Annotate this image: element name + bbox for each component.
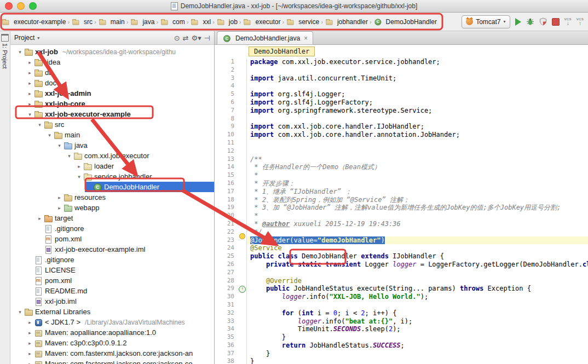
code-line[interactable]: 36 return JobHandleStatus.SUCCESS;: [215, 342, 588, 350]
code-line[interactable]: 35 }: [215, 333, 588, 342]
tree-item[interactable]: ▸xxl-job-admin: [10, 88, 214, 99]
tree-item[interactable]: ▸db: [10, 67, 214, 78]
code-line[interactable]: 3import java.util.concurrent.TimeUnit;: [215, 74, 588, 83]
tree-item[interactable]: ▸Maven: com.fasterxml.jackson.core:jacks…: [10, 348, 214, 359]
code-line[interactable]: 34 TimeUnit.SECONDS.sleep(2);: [215, 325, 588, 333]
editor-tab[interactable]: DemoJobHandler.java ×: [217, 31, 313, 44]
expand-arrow-icon[interactable]: ▾: [65, 153, 73, 159]
tree-item[interactable]: ▸loader: [10, 161, 214, 171]
tree-item[interactable]: ▾xxl-job~/workspaces/idea-git-workspace/…: [10, 47, 214, 57]
code-line[interactable]: 26 private static transient Logger logge…: [215, 261, 588, 269]
breadcrumb-item[interactable]: main: [98, 18, 125, 26]
collapse-all-button[interactable]: ⇄: [183, 34, 189, 42]
expand-arrow-icon[interactable]: ▸: [26, 361, 34, 364]
expand-arrow-icon[interactable]: ▸: [36, 216, 44, 221]
expand-arrow-icon[interactable]: ▾: [16, 49, 24, 55]
tree-item[interactable]: ▸target: [10, 213, 214, 223]
code-line[interactable]: 9import com.xxl.job.core.handler.IJobHan…: [215, 123, 588, 131]
vcs-update-button[interactable]: VCS ↓: [564, 18, 572, 26]
gear-button[interactable]: ⚙▾: [191, 34, 201, 42]
close-window-button[interactable]: [5, 2, 13, 10]
tree-item[interactable]: xxl-job-executor-example.iml: [10, 244, 214, 255]
code-line[interactable]: 32 for (int i = 0; i < 2; i++) {: [215, 309, 588, 317]
tree-item[interactable]: xxl-job.iml: [10, 296, 214, 307]
expand-arrow-icon[interactable]: ▸: [26, 91, 34, 96]
tree-item[interactable]: ▾service.jobhandler: [10, 171, 214, 182]
code-line[interactable]: 24@Service: [215, 244, 588, 252]
tree-item[interactable]: LICENSE: [10, 265, 214, 275]
expand-arrow-icon[interactable]: ▸: [26, 70, 34, 76]
code-line[interactable]: 20 *: [215, 212, 588, 220]
code-line[interactable]: 5import org.slf4j.Logger;: [215, 90, 588, 99]
expand-arrow-icon[interactable]: ▾: [45, 132, 54, 138]
tree-item[interactable]: ▾com.xxl.job.executor: [10, 151, 214, 161]
minimize-window-button[interactable]: [17, 2, 25, 10]
tree-item[interactable]: pom.xml: [10, 234, 214, 244]
locate-button[interactable]: ⊙: [174, 34, 180, 42]
breadcrumb-item[interactable]: jobhandler: [325, 18, 368, 26]
code-line[interactable]: 8: [215, 115, 588, 123]
tree-item[interactable]: ▸Maven: aopalliance:aopalliance:1.0: [10, 327, 214, 338]
breadcrumb-item[interactable]: com: [160, 18, 185, 26]
project-stripe-tab[interactable]: 1: Project: [2, 43, 8, 68]
code-line[interactable]: 4: [215, 82, 588, 90]
expand-arrow-icon[interactable]: ▸: [26, 60, 34, 65]
tree-item[interactable]: ▾xxl-job-executor-example: [10, 109, 214, 119]
run-config-select[interactable]: Tomcat7 ▾: [462, 15, 510, 28]
expand-arrow-icon[interactable]: ▸: [26, 101, 34, 107]
coverage-button[interactable]: [539, 18, 547, 26]
expand-arrow-icon[interactable]: ▸: [26, 351, 34, 356]
tree-item[interactable]: ▸< JDK1.7 >/Library/Java/JavaVirtualMach…: [10, 317, 214, 327]
expand-arrow-icon[interactable]: ▸: [75, 164, 83, 169]
expand-arrow-icon[interactable]: ▸: [26, 330, 34, 336]
tree-item[interactable]: ▸xxl-job-core: [10, 99, 214, 109]
breadcrumb-item[interactable]: executor-example: [1, 18, 66, 26]
vcs-commit-button[interactable]: VCS ↑: [577, 18, 584, 26]
tree-item[interactable]: .gitignore: [10, 255, 214, 265]
tree-item[interactable]: .gitignore: [10, 223, 214, 234]
code-line[interactable]: 2: [215, 66, 588, 74]
code-line[interactable]: 13/**: [215, 155, 588, 164]
tree-item[interactable]: ▸Maven: c3p0:c3p0:0.9.1.2: [10, 338, 214, 348]
code-line[interactable]: 22 */: [215, 228, 588, 236]
tree-item[interactable]: ▸resources: [10, 192, 214, 203]
intention-bulb-icon[interactable]: [239, 233, 245, 239]
breadcrumb-item[interactable]: DemoJobHandler: [373, 18, 437, 26]
breadcrumb-item[interactable]: job: [216, 18, 238, 26]
expand-arrow-icon[interactable]: ▾: [75, 174, 83, 180]
code-line[interactable]: 1package com.xxl.job.executor.service.jo…: [215, 58, 588, 66]
breadcrumb-item[interactable]: service: [286, 18, 319, 26]
code-line[interactable]: 28 @Override: [215, 277, 588, 285]
code-line[interactable]: 29↑ public JobHandleStatus execute(Strin…: [215, 285, 588, 293]
expand-arrow-icon[interactable]: ▾: [36, 122, 44, 128]
expand-arrow-icon[interactable]: ▾: [26, 112, 34, 117]
code-line[interactable]: 17 * 1、继承 “IJobHandler” ；: [215, 188, 588, 196]
code-line[interactable]: 31: [215, 301, 588, 309]
tree-item[interactable]: ▾src: [10, 119, 214, 130]
breadcrumb-item[interactable]: src: [71, 18, 93, 26]
expand-arrow-icon[interactable]: ▸: [26, 320, 34, 325]
hide-panel-button[interactable]: ⊣: [204, 34, 210, 42]
tree-item[interactable]: ▸Maven: com.fasterxml.jackson.core:jacks…: [10, 359, 214, 364]
tree-item[interactable]: DemoJobHandler: [10, 182, 214, 192]
tool-window-icon[interactable]: [1, 34, 9, 42]
code-line[interactable]: 21 * @author xuxueli 2015-12-19 19:43:36: [215, 220, 588, 228]
tree-item[interactable]: ▸doc: [10, 78, 214, 88]
code-line[interactable]: 11: [215, 139, 588, 147]
tree-item[interactable]: pom.xml: [10, 275, 214, 286]
code-line[interactable]: 7import org.springframework.stereotype.S…: [215, 107, 588, 115]
stop-button[interactable]: [552, 18, 560, 26]
code-line[interactable]: 15 *: [215, 171, 588, 180]
expand-arrow-icon[interactable]: ▸: [55, 205, 64, 211]
zoom-window-button[interactable]: [29, 2, 37, 10]
tree-item[interactable]: ▸.idea: [10, 57, 214, 67]
override-marker-icon[interactable]: ↑: [239, 286, 246, 293]
expand-arrow-icon[interactable]: ▸: [55, 195, 64, 200]
code-line[interactable]: 30 logger.info("XXL-JOB, Hello World.");: [215, 293, 588, 301]
code-line[interactable]: 16 * 开发步骤：: [215, 180, 588, 188]
code-line[interactable]: 19 * 3、加 “@JobHander” 注解，注解value值为新增任务生成…: [215, 204, 588, 212]
expand-arrow-icon[interactable]: ▸: [26, 340, 34, 346]
expand-arrow-icon[interactable]: ▸: [26, 80, 34, 86]
breadcrumb-item[interactable]: xxl: [190, 18, 211, 26]
expand-arrow-icon[interactable]: ▾: [55, 143, 64, 148]
